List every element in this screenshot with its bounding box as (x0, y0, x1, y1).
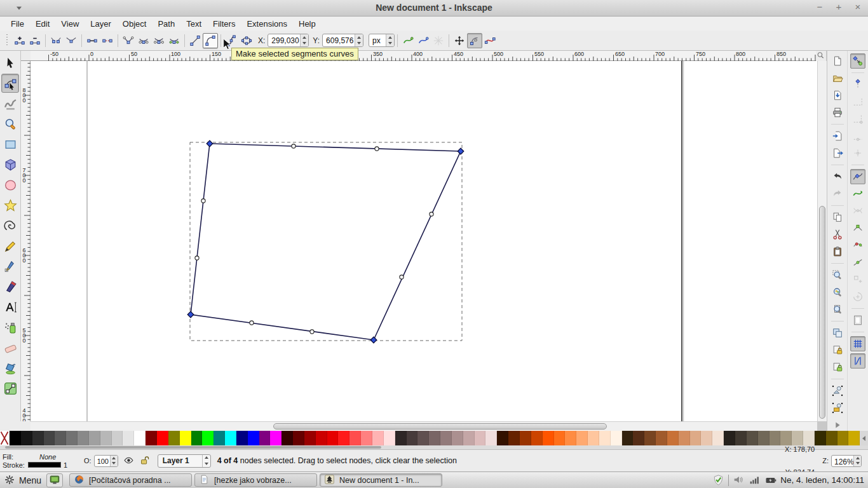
taskbar-task-2[interactable]: [hezke jako vobraze... (194, 473, 317, 487)
node-auto-button[interactable] (166, 33, 182, 48)
palette-swatch[interactable] (236, 431, 248, 445)
palette-swatch[interactable] (281, 431, 293, 445)
clock[interactable]: Ne, 4. leden, 14:00:11 (780, 475, 864, 485)
palette-swatch[interactable] (429, 431, 440, 445)
palette-swatch[interactable] (44, 431, 55, 445)
palette-swatch[interactable] (10, 431, 21, 445)
palette-swatch[interactable] (32, 431, 44, 445)
no-color-swatch[interactable] (0, 431, 10, 445)
palette-scrollbar-thumb[interactable] (5, 446, 381, 449)
palette-swatch[interactable] (384, 431, 395, 445)
undo-button[interactable] (830, 169, 845, 184)
menu-extensions[interactable]: Extensions (241, 18, 293, 30)
spiral-button[interactable] (1, 216, 19, 235)
show-path-outline-button[interactable] (482, 33, 498, 48)
tweak-button[interactable] (1, 94, 19, 113)
palette-swatch[interactable] (338, 431, 349, 445)
box3d-button[interactable] (1, 155, 19, 174)
palette-swatch[interactable] (463, 431, 475, 445)
snap-nodes-button[interactable] (850, 169, 865, 184)
palette-swatch[interactable] (372, 431, 384, 445)
duplicate-button[interactable] (830, 325, 845, 341)
node-button[interactable] (1, 74, 19, 93)
palette-swatch[interactable] (349, 431, 361, 445)
vertical-scrollbar-thumb[interactable] (819, 206, 825, 419)
star-button[interactable] (1, 196, 19, 215)
taskbar-task-3[interactable]: New document 1 - In... (320, 473, 442, 487)
current-layer-value[interactable]: Layer 1 (163, 456, 202, 465)
spin-up-icon[interactable] (854, 456, 861, 461)
node-cusp-button[interactable] (121, 33, 136, 48)
gradient-button[interactable] (1, 379, 19, 398)
palette-swatch[interactable] (395, 431, 407, 445)
export-button[interactable] (830, 146, 845, 161)
zoom-page-button[interactable] (830, 302, 845, 317)
redo-button[interactable] (830, 186, 845, 201)
palette-swatch[interactable] (633, 431, 644, 445)
layer-visibility-eye-icon[interactable] (123, 455, 135, 466)
zoom-button[interactable] (1, 114, 19, 133)
palette-swatch[interactable] (248, 431, 259, 445)
palette-swatch[interactable] (576, 431, 588, 445)
signal-bars-icon[interactable] (749, 474, 761, 486)
palette-swatch[interactable] (520, 431, 531, 445)
node-symmetric-button[interactable] (151, 33, 166, 48)
palette-swatch[interactable] (644, 431, 656, 445)
calligraphy-button[interactable] (1, 277, 19, 296)
palette-swatch[interactable] (770, 431, 781, 445)
palette-swatch[interactable] (497, 431, 508, 445)
insert-node-button[interactable] (12, 33, 27, 48)
y-coordinate-value[interactable]: 609,576 (323, 34, 355, 46)
menu-help[interactable]: Help (293, 18, 322, 30)
pencil-button[interactable] (1, 236, 19, 255)
ruler-zoom-corner-icon[interactable] (816, 51, 826, 61)
palette-swatch[interactable] (157, 431, 168, 445)
palette-swatch[interactable] (304, 431, 316, 445)
palette-swatch[interactable] (407, 431, 418, 445)
break-path-button[interactable] (48, 33, 64, 48)
palette-swatch[interactable] (656, 431, 667, 445)
palette-swatch[interactable] (327, 431, 339, 445)
palette-swatch[interactable] (815, 431, 826, 445)
speaker-icon[interactable] (733, 474, 745, 486)
next-pe-param-button[interactable] (431, 33, 446, 48)
taskbar-task-1[interactable]: [Počítačová poradna ... (69, 473, 192, 487)
shield-check-icon[interactable] (712, 474, 724, 486)
spin-down-icon[interactable] (355, 41, 363, 47)
horizontal-scrollbar-thumb[interactable] (273, 423, 607, 430)
palette-swatch[interactable] (89, 431, 100, 445)
snap-object-centers-button[interactable] (850, 272, 865, 287)
palette-swatch[interactable] (848, 431, 860, 445)
snap-enable-button[interactable] (850, 53, 865, 69)
x-coordinate-spinbox[interactable]: 299,030 (268, 34, 309, 47)
snap-page-border-button[interactable] (850, 313, 865, 328)
show-bezier-handles-button[interactable] (467, 33, 482, 48)
zoom-drawing-button[interactable] (830, 285, 845, 300)
eraser-button[interactable] (1, 338, 19, 357)
preferences-button[interactable] (830, 400, 845, 416)
spin-down-icon[interactable] (854, 461, 861, 466)
spin-up-icon[interactable] (301, 34, 308, 41)
palette-swatch[interactable] (543, 431, 554, 445)
spin-up-icon[interactable] (111, 456, 118, 461)
toolbar-grip[interactable] (6, 34, 10, 47)
menu-filters[interactable]: Filters (207, 18, 241, 30)
palette-swatch[interactable] (225, 431, 236, 445)
fill-value[interactable]: None (39, 453, 56, 461)
drawing-canvas[interactable] (31, 61, 817, 421)
stroke-to-path-button[interactable] (239, 33, 254, 48)
spin-up-icon[interactable] (355, 34, 363, 41)
palette-swatch[interactable] (599, 431, 611, 445)
open-document-button[interactable] (830, 71, 845, 86)
palette-swatch[interactable] (112, 431, 123, 445)
palette-swatch[interactable] (667, 431, 679, 445)
palette-swatch[interactable] (475, 431, 486, 445)
maximize-button[interactable]: + (834, 1, 844, 12)
palette-swatch[interactable] (611, 431, 622, 445)
text-button[interactable] (1, 297, 19, 316)
battery-icon[interactable] (764, 474, 776, 486)
units-value[interactable]: px (369, 34, 386, 46)
close-button[interactable]: × (853, 1, 863, 12)
snap-smooth-nodes-button[interactable] (850, 238, 865, 253)
palette-swatch[interactable] (316, 431, 327, 445)
